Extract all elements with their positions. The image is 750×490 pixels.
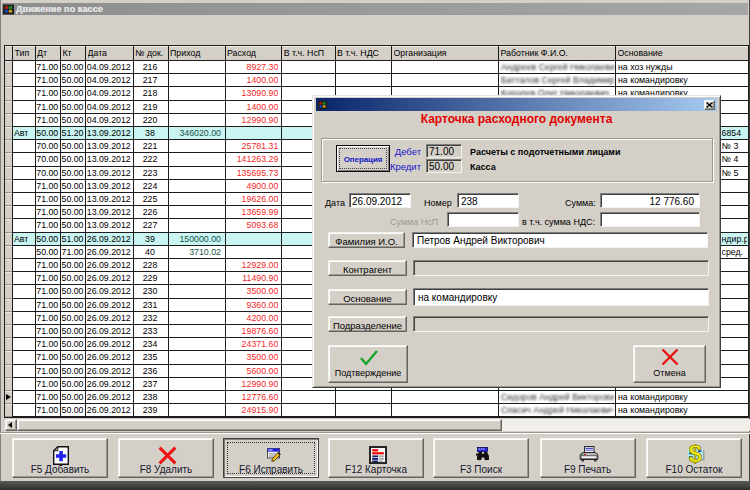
svg-text:$: $: [689, 444, 702, 465]
